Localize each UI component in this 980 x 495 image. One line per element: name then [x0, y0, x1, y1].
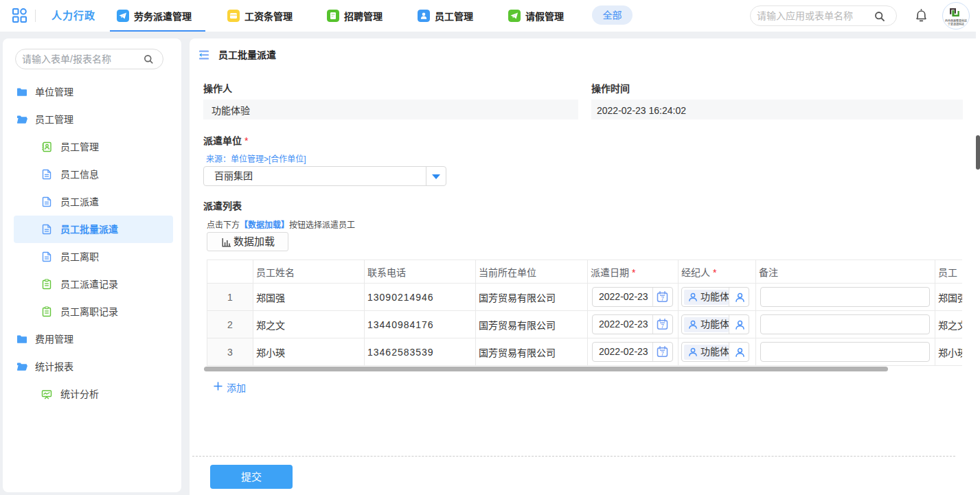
svg-text:7: 7 — [661, 323, 664, 330]
svg-text:7: 7 — [661, 295, 664, 302]
svg-text:7: 7 — [661, 350, 664, 357]
